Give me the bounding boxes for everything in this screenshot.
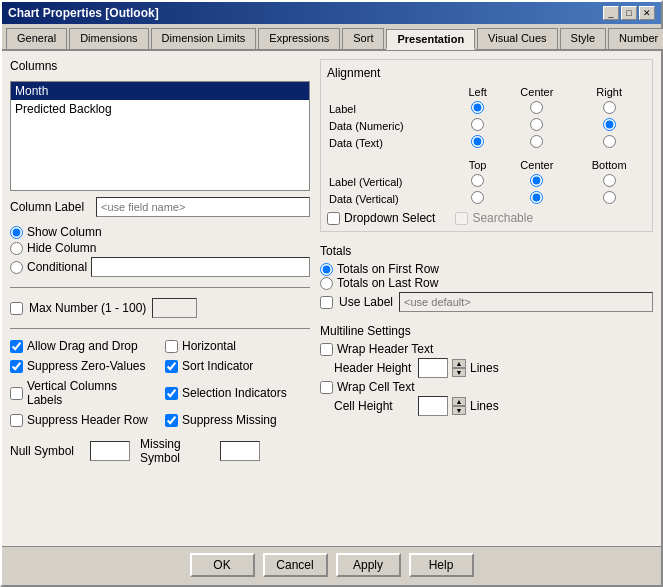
hide-column-label: Hide Column bbox=[27, 241, 96, 255]
totals-last-label: Totals on Last Row bbox=[337, 276, 438, 290]
ok-button[interactable]: OK bbox=[190, 553, 255, 577]
align-numeric-left[interactable] bbox=[471, 118, 484, 131]
use-label-text: Use Label bbox=[339, 295, 393, 309]
align-label-center[interactable] bbox=[530, 101, 543, 114]
missing-symbol-input[interactable]: - bbox=[220, 441, 260, 461]
list-item-predicted-backlog[interactable]: Predicted Backlog bbox=[11, 100, 309, 118]
cell-height-up[interactable]: ▲ bbox=[452, 397, 466, 406]
help-button[interactable]: Help bbox=[409, 553, 474, 577]
align-label-left[interactable] bbox=[471, 101, 484, 114]
null-symbol-input[interactable]: - bbox=[90, 441, 130, 461]
selection-indicators-row: Selection Indicators bbox=[165, 379, 310, 407]
alignment-section: Alignment Left Center Right Label bbox=[320, 59, 653, 232]
suppress-zero-label: Suppress Zero-Values bbox=[27, 359, 146, 373]
align-numeric-right[interactable] bbox=[603, 118, 616, 131]
header-height-row: Header Height 2 ▲ ▼ Lines bbox=[334, 358, 653, 378]
suppress-header-checkbox[interactable] bbox=[10, 414, 23, 427]
close-button[interactable]: ✕ bbox=[639, 6, 655, 20]
allow-drag-checkbox[interactable] bbox=[10, 340, 23, 353]
columns-list[interactable]: Month Predicted Backlog bbox=[10, 81, 310, 191]
dropdown-select-checkbox[interactable] bbox=[327, 212, 340, 225]
searchable-label: Searchable bbox=[472, 211, 533, 225]
header-height-up[interactable]: ▲ bbox=[452, 359, 466, 368]
column-label-row: Column Label bbox=[10, 197, 310, 217]
column-visibility-group: Show Column Hide Column Conditional bbox=[10, 225, 310, 277]
tab-dimensions[interactable]: Dimensions bbox=[69, 28, 148, 49]
left-panel: Columns Month Predicted Backlog Column L… bbox=[10, 59, 310, 538]
tab-number[interactable]: Number bbox=[608, 28, 663, 49]
suppress-missing-checkbox[interactable] bbox=[165, 414, 178, 427]
column-label-input[interactable] bbox=[96, 197, 310, 217]
align-text-left[interactable] bbox=[471, 135, 484, 148]
align-label-text: Label bbox=[327, 100, 454, 117]
searchable-checkbox[interactable] bbox=[455, 212, 468, 225]
totals-first-radio[interactable] bbox=[320, 263, 333, 276]
max-number-checkbox[interactable] bbox=[10, 302, 23, 315]
cancel-button[interactable]: Cancel bbox=[263, 553, 328, 577]
use-label-row: Use Label bbox=[320, 292, 653, 312]
align-label-right[interactable] bbox=[603, 101, 616, 114]
align-text-center[interactable] bbox=[530, 135, 543, 148]
hide-column-radio[interactable] bbox=[10, 242, 23, 255]
conditional-radio[interactable] bbox=[10, 261, 23, 274]
horizontal-row: Horizontal bbox=[165, 339, 310, 353]
align-data-vert-center[interactable] bbox=[530, 191, 543, 204]
header-lines-label: Lines bbox=[470, 361, 499, 375]
tab-style[interactable]: Style bbox=[560, 28, 606, 49]
header-height-input[interactable]: 2 bbox=[418, 358, 448, 378]
horizontal-checkbox[interactable] bbox=[165, 340, 178, 353]
header-height-spinner: ▲ ▼ bbox=[452, 359, 466, 377]
align-numeric-center[interactable] bbox=[530, 118, 543, 131]
tab-dimension-limits[interactable]: Dimension Limits bbox=[151, 28, 257, 49]
align-data-vert-bottom[interactable] bbox=[603, 191, 616, 204]
max-number-label: Max Number (1 - 100) bbox=[29, 301, 146, 315]
tab-visual-cues[interactable]: Visual Cues bbox=[477, 28, 558, 49]
maximize-button[interactable]: □ bbox=[621, 6, 637, 20]
use-label-checkbox[interactable] bbox=[320, 296, 333, 309]
align-label-vert-top[interactable] bbox=[471, 174, 484, 187]
wrap-cell-row: Wrap Cell Text bbox=[320, 380, 653, 394]
dropdown-select-row: Dropdown Select bbox=[327, 211, 435, 225]
use-label-input[interactable] bbox=[399, 292, 653, 312]
cell-height-down[interactable]: ▼ bbox=[452, 406, 466, 415]
conditional-input[interactable] bbox=[91, 257, 310, 277]
align-text-text: Data (Text) bbox=[327, 134, 454, 151]
sort-indicator-checkbox[interactable] bbox=[165, 360, 178, 373]
totals-last-radio[interactable] bbox=[320, 277, 333, 290]
minimize-button[interactable]: _ bbox=[603, 6, 619, 20]
cell-height-label: Cell Height bbox=[334, 399, 414, 413]
align-right-header: Right bbox=[572, 84, 646, 100]
hide-column-row: Hide Column bbox=[10, 241, 310, 255]
wrap-cell-checkbox[interactable] bbox=[320, 381, 333, 394]
cell-height-input[interactable]: 2 bbox=[418, 396, 448, 416]
align-text-right[interactable] bbox=[603, 135, 616, 148]
dropdown-select-label: Dropdown Select bbox=[344, 211, 435, 225]
align-bottom-header: Bottom bbox=[572, 157, 646, 173]
max-number-input[interactable]: 10 bbox=[152, 298, 197, 318]
totals-first-row: Totals on First Row bbox=[320, 262, 653, 276]
show-column-radio[interactable] bbox=[10, 226, 23, 239]
cell-height-spinner: ▲ ▼ bbox=[452, 397, 466, 415]
list-item-month[interactable]: Month bbox=[11, 82, 309, 100]
title-bar-buttons: _ □ ✕ bbox=[603, 6, 655, 20]
selection-indicators-label: Selection Indicators bbox=[182, 386, 287, 400]
vertical-col-labels-checkbox[interactable] bbox=[10, 387, 23, 400]
selection-indicators-checkbox[interactable] bbox=[165, 387, 178, 400]
tab-expressions[interactable]: Expressions bbox=[258, 28, 340, 49]
apply-button[interactable]: Apply bbox=[336, 553, 401, 577]
right-panel: Alignment Left Center Right Label bbox=[320, 59, 653, 538]
align-label-vert-center[interactable] bbox=[530, 174, 543, 187]
suppress-zero-checkbox[interactable] bbox=[10, 360, 23, 373]
null-symbol-label: Null Symbol bbox=[10, 444, 80, 458]
wrap-header-checkbox[interactable] bbox=[320, 343, 333, 356]
tab-general[interactable]: General bbox=[6, 28, 67, 49]
align-label-vert-bottom[interactable] bbox=[603, 174, 616, 187]
align-data-vert-top[interactable] bbox=[471, 191, 484, 204]
suppress-header-row: Suppress Header Row bbox=[10, 413, 155, 427]
header-height-down[interactable]: ▼ bbox=[452, 368, 466, 377]
tab-sort[interactable]: Sort bbox=[342, 28, 384, 49]
tab-presentation[interactable]: Presentation bbox=[386, 29, 475, 50]
suppress-missing-label: Suppress Missing bbox=[182, 413, 277, 427]
wrap-cell-label: Wrap Cell Text bbox=[337, 380, 415, 394]
alignment-title: Alignment bbox=[327, 66, 646, 80]
